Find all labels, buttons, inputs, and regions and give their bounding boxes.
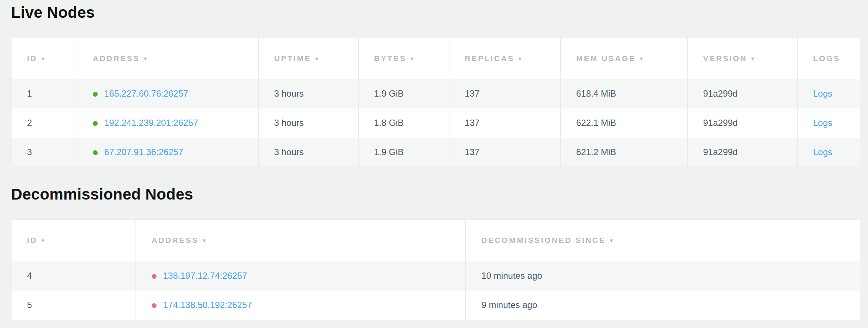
uptime-cell: 3 hours [258,79,358,108]
replicas-cell: 137 [449,108,560,138]
logs-cell: Logs [797,138,860,167]
version-cell: 91a299d [687,79,797,108]
node-address-cell: 138.197.12.74:26257 [136,261,466,291]
live-status-icon [93,92,98,97]
mem-usage-cell: 622.1 MiB [560,108,687,138]
node-address-link[interactable]: 165.227.60.76:26257 [104,88,188,98]
sort-desc-icon: ▾ [315,55,318,62]
replicas-cell: 137 [449,138,560,167]
column-header-label: ADDRESS [152,236,199,244]
node-id-cell: 1 [11,79,77,108]
decommissioned-nodes-table: ID▾ ADDRESS▾ DECOMMISSIONED SINCE▾ 4 138… [11,220,860,320]
decommissioned-status-icon [152,303,157,308]
column-header-address[interactable]: ADDRESS▾ [77,38,258,79]
decommissioned-nodes-section: Decommissioned Nodes ID▾ ADDRESS▾ DECOMM… [11,185,860,320]
live-nodes-table: ID▾ ADDRESS▾ UPTIME▾ BYTES▾ REPLICAS▾ [11,38,860,167]
logs-cell: Logs [797,108,860,138]
replicas-cell: 137 [449,79,560,108]
sort-desc-icon: ▾ [410,55,413,62]
node-address-cell: 174.138.50.192:26257 [136,291,466,320]
node-address-link[interactable]: 174.138.50.192:26257 [163,300,252,310]
column-header-id[interactable]: ID▾ [11,38,77,79]
uptime-cell: 3 hours [258,108,358,138]
sort-desc-icon: ▾ [203,237,206,244]
column-header-label: ID [27,54,37,63]
bytes-cell: 1.8 GiB [358,108,449,138]
sort-desc-icon: ▾ [41,55,44,62]
uptime-cell: 3 hours [258,138,358,167]
column-header-label: VERSION [703,54,747,63]
node-address-link[interactable]: 192.241.239.201:26257 [104,118,198,128]
table-row: 4 138.197.12.74:26257 10 minutes ago [11,261,860,291]
column-header-replicas[interactable]: REPLICAS▾ [449,38,560,79]
decommissioned-nodes-title: Decommissioned Nodes [11,185,860,203]
sort-desc-icon: ▾ [751,55,754,62]
mem-usage-cell: 618.4 MiB [560,79,687,108]
column-header-logs: LOGS [797,38,860,79]
sort-desc-icon: ▾ [41,237,44,244]
column-header-label: ADDRESS [93,54,140,63]
mem-usage-cell: 621.2 MiB [560,138,687,167]
decommissioned-status-icon [152,274,157,279]
node-id-cell: 3 [11,138,77,167]
node-address-cell: 165.227.60.76:26257 [77,79,258,108]
live-header-row: ID▾ ADDRESS▾ UPTIME▾ BYTES▾ REPLICAS▾ [11,38,860,79]
column-header-decommissioned-since[interactable]: DECOMMISSIONED SINCE▾ [466,220,860,261]
column-header-label: DECOMMISSIONED SINCE [482,236,606,244]
bytes-cell: 1.9 GiB [358,138,449,167]
column-header-mem-usage[interactable]: MEM USAGE▾ [560,38,687,79]
live-nodes-title: Live Nodes [11,4,860,21]
version-cell: 91a299d [687,108,797,138]
decommissioned-header-row: ID▾ ADDRESS▾ DECOMMISSIONED SINCE▾ [11,220,860,261]
node-logs-link[interactable]: Logs [813,118,832,128]
sort-desc-icon: ▾ [640,55,643,62]
sort-desc-icon: ▾ [519,55,522,62]
column-header-id[interactable]: ID▾ [11,220,136,261]
logs-cell: Logs [797,79,860,108]
node-address-link[interactable]: 138.197.12.74:26257 [163,271,247,281]
live-status-icon [93,121,98,126]
nodes-overview-page: Live Nodes ID▾ ADDRESS▾ UPTIME▾ [0,4,868,320]
node-logs-link[interactable]: Logs [813,147,832,157]
column-header-label: ID [27,236,37,244]
column-header-bytes[interactable]: BYTES▾ [358,38,449,79]
decommissioned-since-cell: 9 minutes ago [466,291,860,320]
column-header-uptime[interactable]: UPTIME▾ [258,38,358,79]
node-id-cell: 2 [11,108,77,138]
sort-desc-icon: ▾ [610,237,613,244]
node-address-link[interactable]: 67.207.91.36:26257 [104,147,184,157]
sort-desc-icon: ▾ [144,55,147,62]
column-header-label: REPLICAS [465,54,515,63]
live-status-icon [93,150,98,155]
node-id-cell: 4 [11,261,136,291]
live-nodes-section: Live Nodes ID▾ ADDRESS▾ UPTIME▾ [11,4,860,167]
table-row: 2 192.241.239.201:26257 3 hours 1.8 GiB … [11,108,860,138]
column-header-label: BYTES [374,54,407,63]
decommissioned-since-cell: 10 minutes ago [466,261,860,291]
column-header-label: LOGS [813,54,841,63]
version-cell: 91a299d [687,138,797,167]
node-id-cell: 5 [11,291,136,320]
node-address-cell: 192.241.239.201:26257 [77,108,258,138]
node-logs-link[interactable]: Logs [813,88,832,98]
table-row: 3 67.207.91.36:26257 3 hours 1.9 GiB 137… [11,138,860,167]
table-row: 1 165.227.60.76:26257 3 hours 1.9 GiB 13… [11,79,860,108]
node-address-cell: 67.207.91.36:26257 [77,138,258,167]
column-header-address[interactable]: ADDRESS▾ [136,220,466,261]
column-header-label: UPTIME [274,54,311,63]
column-header-version[interactable]: VERSION▾ [687,38,797,79]
bytes-cell: 1.9 GiB [358,79,449,108]
table-row: 5 174.138.50.192:26257 9 minutes ago [11,291,860,320]
column-header-label: MEM USAGE [576,54,636,63]
